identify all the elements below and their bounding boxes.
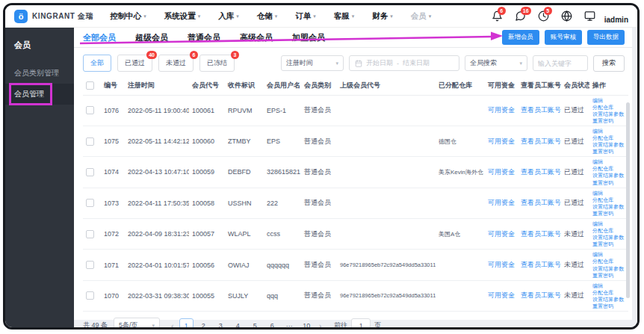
page-button-3[interactable]: 3 [214, 318, 228, 327]
page-button-6[interactable]: 6 [265, 318, 279, 327]
row-op-link-0[interactable]: 编辑 [592, 251, 625, 258]
available-funds-link[interactable]: 可用资金 [488, 168, 515, 176]
search-scope-select[interactable]: 全局搜索 ▾ [465, 55, 527, 71]
nav-item-3[interactable]: 仓储▾ [257, 11, 278, 22]
row-op-link-3[interactable]: 重置密码 [592, 179, 625, 186]
keyword-input[interactable] [533, 55, 588, 71]
tab-3[interactable]: 高级会员 [240, 32, 273, 43]
sidebar-item-0[interactable]: 会员类别管理 [5, 63, 74, 84]
row-username-cell: qqqqqq [264, 250, 301, 280]
prev-page-button[interactable]: ‹ [169, 321, 176, 327]
nav-item-7[interactable]: 会员▾ [411, 11, 432, 22]
available-funds-link[interactable]: 可用资金 [488, 106, 515, 114]
page-button-4[interactable]: 4 [231, 318, 245, 327]
row-op-link-3[interactable]: 重置密码 [592, 241, 625, 247]
tab-1[interactable]: 超级会员 [135, 32, 168, 43]
language-globe-icon[interactable] [561, 10, 572, 22]
filter-chip-3[interactable]: 已冻结3 [199, 55, 235, 72]
nav-item-5[interactable]: 客服▾ [334, 11, 355, 22]
nav-item-1[interactable]: 系统设置▾ [164, 11, 201, 22]
nav-item-label: 会员 [411, 11, 427, 22]
current-user[interactable]: iadmin [604, 16, 628, 24]
row-checkbox[interactable] [86, 137, 94, 146]
notification-bell-icon[interactable]: 6 [492, 10, 503, 22]
table-scrollbar[interactable] [626, 102, 630, 298]
date-range-picker[interactable]: 开始日期 - 结束日期 [349, 55, 459, 71]
available-funds-link[interactable]: 可用资金 [488, 137, 515, 145]
row-op-link-1[interactable]: 分配仓库 [592, 289, 625, 296]
available-funds-link[interactable]: 可用资金 [488, 230, 515, 238]
goto-page-input[interactable] [351, 318, 371, 327]
row-op-link-2[interactable]: 设置结算参数 [592, 141, 625, 148]
row-checkbox[interactable] [86, 230, 94, 238]
view-staff-account-link[interactable]: 查看员工账号 [521, 230, 561, 238]
nav-item-0[interactable]: 控制中心▾ [110, 11, 146, 22]
page-button-1[interactable]: 1 [179, 318, 193, 327]
row-checkbox[interactable] [86, 261, 94, 269]
view-staff-account-link[interactable]: 查看员工账号 [521, 261, 561, 268]
row-op-link-0[interactable]: 编辑 [592, 128, 625, 134]
row-op-link-0[interactable]: 编辑 [592, 97, 625, 104]
view-staff-account-link[interactable]: 查看员工账号 [521, 291, 561, 299]
view-staff-account-link[interactable]: 查看员工账号 [521, 106, 561, 114]
next-page-button[interactable]: › [317, 321, 324, 327]
row-op-link-2[interactable]: 设置结算参数 [592, 296, 625, 303]
nav-item-2[interactable]: 入库▾ [218, 11, 239, 22]
row-op-link-2[interactable]: 设置结算参数 [592, 234, 625, 241]
row-op-link-0[interactable]: 编辑 [592, 158, 625, 165]
row-checkbox[interactable] [86, 291, 94, 300]
row-op-link-3[interactable]: 重置密码 [592, 272, 625, 279]
row-op-link-3[interactable]: 重置密码 [592, 210, 625, 217]
tab-4[interactable]: 加盟会员 [292, 32, 325, 43]
row-warehouse-cell [436, 188, 485, 218]
row-op-link-0[interactable]: 编辑 [592, 220, 625, 227]
row-op-link-1[interactable]: 分配仓库 [592, 134, 625, 141]
filter-chip-1[interactable]: 已通过40 [117, 55, 152, 72]
view-staff-account-link[interactable]: 查看员工账号 [521, 168, 561, 176]
row-op-link-3[interactable]: 重置密码 [592, 117, 625, 124]
page-button-2[interactable]: 2 [196, 318, 211, 327]
page-button-···[interactable]: ··· [282, 318, 297, 327]
page-button-5[interactable]: 5 [248, 318, 262, 327]
row-checkbox[interactable] [86, 199, 94, 207]
view-staff-account-link[interactable]: 查看员工账号 [521, 137, 561, 145]
search-button[interactable]: 搜索 [593, 55, 625, 72]
row-op-link-1[interactable]: 分配仓库 [592, 104, 625, 111]
available-funds-link[interactable]: 可用资金 [488, 291, 515, 299]
row-op-link-1[interactable]: 分配仓库 [592, 165, 625, 172]
page-button-10[interactable]: 10 [300, 318, 314, 327]
action-button-0[interactable]: 新增会员 [502, 30, 539, 45]
tab-2[interactable]: 普通会员 [188, 32, 220, 43]
messages-icon[interactable]: 16 [515, 10, 526, 22]
row-op-link-1[interactable]: 分配仓库 [592, 197, 625, 203]
row-op-link-2[interactable]: 设置结算参数 [592, 265, 625, 272]
view-staff-account-link[interactable]: 查看员工账号 [521, 199, 561, 206]
row-op-link-0[interactable]: 编辑 [592, 190, 625, 197]
action-button-2[interactable]: 导出数据 [587, 30, 625, 45]
row-op-link-1[interactable]: 分配仓库 [592, 227, 625, 234]
row-op-link-3[interactable]: 重置密码 [592, 148, 625, 155]
page-size-select[interactable]: 5条/页 ▾ [114, 318, 160, 327]
row-op-link-2[interactable]: 设置结算参数 [592, 172, 625, 179]
filter-chip-0[interactable]: 全部 [83, 55, 111, 72]
fullscreen-monitor-icon[interactable] [584, 10, 595, 22]
row-op-link-1[interactable]: 分配仓库 [592, 258, 625, 265]
available-funds-link[interactable]: 可用资金 [488, 261, 515, 268]
pending-clock-icon[interactable]: 5 [538, 10, 549, 22]
available-funds-link[interactable]: 可用资金 [488, 199, 515, 206]
row-op-link-2[interactable]: 设置结算参数 [592, 111, 625, 117]
row-op-link-2[interactable]: 设置结算参数 [592, 203, 625, 210]
time-field-select[interactable]: 注册时间 ▾ [281, 55, 344, 71]
filter-chip-2[interactable]: 未通过6 [158, 55, 193, 72]
column-header-10: 会员状态 [561, 77, 589, 95]
nav-item-6[interactable]: 财务▾ [372, 11, 393, 22]
row-op-link-0[interactable]: 编辑 [592, 282, 625, 289]
tab-0[interactable]: 全部会员 [83, 32, 116, 43]
row-op-link-3[interactable]: 重置密码 [592, 303, 625, 309]
nav-item-4[interactable]: 订单▾ [295, 11, 316, 22]
row-checkbox[interactable] [86, 106, 94, 114]
row-checkbox[interactable] [86, 168, 94, 176]
action-button-1[interactable]: 账号审核 [545, 30, 582, 45]
select-all-checkbox[interactable] [86, 81, 94, 90]
sidebar-item-1[interactable]: 会员管理 [5, 84, 74, 105]
